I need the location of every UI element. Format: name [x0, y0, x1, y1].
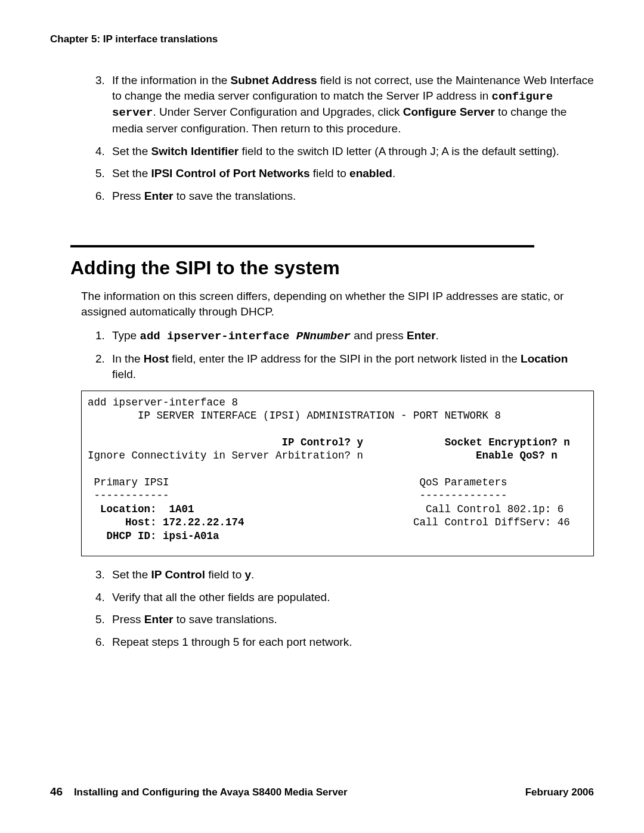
terminal-line: Call Control DiffServ: 46 — [244, 516, 570, 528]
step-item: Repeat steps 1 through 5 for each port n… — [95, 634, 594, 650]
terminal-line: Call Control 802.1p: 6 — [194, 503, 564, 515]
step-item: Set the IPSI Control of Port Networks fi… — [95, 166, 594, 181]
bold-text: Subnet Address — [231, 74, 317, 86]
bold-text: Enter — [144, 190, 174, 202]
text: Set the — [112, 568, 151, 581]
terminal-line: Ignore Connectivity in Server Arbitratio… — [88, 450, 476, 462]
bold-text: Location — [521, 352, 568, 365]
bold-text: y — [244, 568, 251, 581]
footer-left: 46 Installing and Configuring the Avaya … — [50, 785, 348, 798]
code-text: add ipserver-interface — [140, 330, 296, 343]
terminal-line: Primary IPSI QoS Parameters — [88, 476, 507, 488]
terminal-bold: Location: 1A01 — [100, 503, 194, 515]
terminal-line: ------------ -------------- — [88, 490, 507, 501]
step-item: Type add ipserver-interface PNnumber and… — [95, 328, 594, 345]
bold-text: Switch Identifier — [151, 145, 239, 157]
terminal-line — [88, 436, 282, 448]
text: field to the switch ID letter (A through… — [239, 145, 559, 157]
book-title: Installing and Configuring the Avaya S84… — [74, 786, 348, 798]
text: field. — [112, 368, 136, 380]
bold-text: enabled — [349, 167, 392, 179]
terminal-bold: IP Control? y — [282, 436, 364, 448]
step-item: Press Enter to save translations. — [95, 612, 594, 627]
text: field to — [205, 568, 245, 581]
chapter-header: Chapter 5: IP interface translations — [50, 33, 594, 45]
step-item: Verify that all the other fields are pop… — [95, 590, 594, 605]
terminal-line — [88, 530, 107, 542]
step-item: Set the Switch Identifier field to the s… — [95, 144, 594, 159]
text: and press — [351, 329, 407, 342]
page: Chapter 5: IP interface translations If … — [0, 0, 644, 833]
text: field to — [310, 167, 350, 179]
step-item: In the Host field, enter the IP address … — [95, 351, 594, 382]
terminal-line: IP SERVER INTERFACE (IPSI) ADMINISTRATIO… — [88, 410, 501, 422]
text: Type — [112, 329, 140, 342]
terminal-bold: Socket Encryption? n — [445, 436, 570, 448]
step-list-top: If the information in the Subnet Address… — [95, 73, 594, 203]
terminal-line — [363, 436, 445, 448]
text: Set the — [112, 167, 151, 179]
footer-date: February 2006 — [525, 786, 594, 798]
section-intro: The information on this screen differs, … — [81, 289, 594, 319]
page-footer: 46 Installing and Configuring the Avaya … — [50, 785, 594, 798]
step-item: If the information in the Subnet Address… — [95, 73, 594, 137]
text: Press — [112, 613, 144, 625]
text: Press — [112, 190, 144, 202]
section-divider — [70, 245, 534, 247]
text: Set the — [112, 145, 151, 157]
text: to save the translations. — [173, 190, 296, 202]
terminal-bold: Host: 172.22.22.174 — [125, 516, 244, 528]
terminal-line — [88, 516, 125, 528]
bold-text: Host — [144, 352, 169, 365]
terminal-line: add ipserver-interface 8 — [88, 397, 238, 408]
step-item: Set the IP Control field to y. — [95, 567, 594, 583]
step-list-middle: Type add ipserver-interface PNnumber and… — [95, 328, 594, 382]
text: In the — [112, 352, 144, 365]
code-italic-text: PNnumber — [296, 330, 351, 343]
bold-text: Configure Server — [403, 106, 495, 118]
text: . — [251, 568, 254, 581]
bold-text: IPSI Control of Port Networks — [151, 167, 310, 179]
section-title: Adding the SIPI to the system — [70, 257, 594, 279]
text: If the information in the — [112, 74, 231, 86]
text: . — [392, 167, 395, 179]
terminal-line — [88, 503, 100, 515]
text: . — [436, 329, 439, 342]
step-item: Press Enter to save the translations. — [95, 188, 594, 204]
step-list-bottom: Set the IP Control field to y. Verify th… — [95, 567, 594, 650]
bold-text: Enter — [144, 613, 174, 625]
text: field, enter the IP address for the SIPI… — [169, 352, 521, 365]
terminal-bold: Enable QoS? n — [476, 450, 558, 462]
text: Verify that all the other fields are pop… — [112, 591, 330, 603]
terminal-output: add ipserver-interface 8 IP SERVER INTER… — [81, 391, 594, 556]
text: to save translations. — [173, 613, 277, 625]
page-number: 46 — [50, 785, 63, 798]
terminal-bold: DHCP ID: ipsi-A01a — [107, 530, 219, 542]
bold-text: IP Control — [151, 568, 205, 581]
bold-text: Enter — [407, 329, 436, 342]
text: . Under Server Configuration and Upgrade… — [153, 106, 402, 118]
text: Repeat steps 1 through 5 for each port n… — [112, 636, 352, 648]
